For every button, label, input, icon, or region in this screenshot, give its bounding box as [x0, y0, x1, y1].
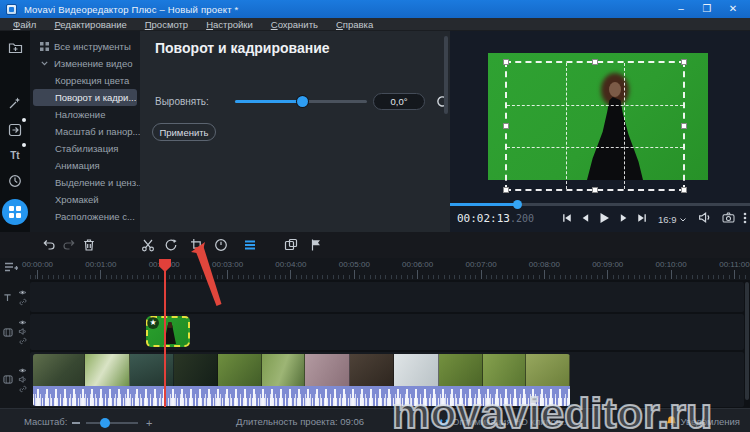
- tools-list-item[interactable]: Поворот и кадри...: [33, 89, 137, 106]
- zoom-slider[interactable]: [86, 422, 138, 424]
- film-frame: [130, 354, 174, 386]
- transitions-icon[interactable]: [3, 118, 27, 142]
- crop-handle[interactable]: [681, 123, 687, 129]
- panel-scrollbar[interactable]: [444, 36, 448, 114]
- zoom-in-button[interactable]: +: [146, 418, 152, 428]
- title-track-header[interactable]: [0, 282, 30, 312]
- crop-handle[interactable]: [592, 187, 598, 193]
- crop-handle[interactable]: [681, 187, 687, 193]
- menu-item[interactable]: Справка: [327, 19, 382, 30]
- marker-flag-icon[interactable]: [309, 238, 323, 252]
- tools-list-item[interactable]: Расположение с...: [33, 208, 137, 225]
- badge-dot: [22, 118, 26, 122]
- tools-list-item[interactable]: Анимация: [33, 157, 137, 174]
- redo-icon[interactable]: [62, 238, 76, 252]
- link-icon[interactable]: [19, 385, 27, 393]
- close-button[interactable]: ✕: [720, 0, 746, 18]
- undo-icon[interactable]: [42, 238, 56, 252]
- all-tools-item[interactable]: Все инструменты: [30, 38, 140, 55]
- film-frame: [350, 354, 394, 386]
- ruler-label: 00:08:00: [529, 260, 560, 269]
- skip-end-button[interactable]: [637, 213, 647, 223]
- title-bar[interactable]: Movavi Видеоредактор Плюс – Новый проект…: [0, 0, 750, 18]
- aspect-ratio-dropdown[interactable]: 16:9: [658, 214, 686, 225]
- menu-item[interactable]: Сохранить: [262, 19, 327, 30]
- mute-speaker-icon[interactable]: [18, 376, 27, 383]
- minimize-button[interactable]: –: [668, 0, 694, 18]
- link-icon[interactable]: [19, 298, 27, 306]
- tools-list-item[interactable]: Хромакей: [33, 191, 137, 208]
- menu-item[interactable]: Просмотр: [136, 19, 197, 30]
- mute-speaker-icon[interactable]: [18, 328, 27, 335]
- video-track-icon: [3, 328, 13, 337]
- timeline-toolbar: Сохранить: [0, 232, 750, 258]
- chevron-down-icon: [38, 61, 50, 66]
- crop-icon[interactable]: [190, 238, 204, 252]
- snapshot-camera-icon[interactable]: [722, 212, 735, 223]
- film-frame: [174, 354, 218, 386]
- delete-icon[interactable]: [82, 238, 96, 252]
- visibility-eye-icon[interactable]: [18, 367, 27, 374]
- app-icon: [6, 4, 17, 15]
- frame-forward-button[interactable]: [619, 213, 628, 223]
- more-options-icon[interactable]: [743, 212, 747, 224]
- crop-handle[interactable]: [592, 59, 598, 65]
- selected-overlay-clip[interactable]: ★: [146, 316, 190, 347]
- frame-back-button[interactable]: [581, 213, 590, 223]
- track-headers: [0, 280, 30, 408]
- film-frame: [526, 354, 570, 386]
- tools-list-item[interactable]: Выделение и ценз...: [33, 174, 137, 191]
- tools-list-item[interactable]: Стабилизация: [33, 140, 137, 157]
- volume-icon[interactable]: [698, 212, 711, 223]
- film-frame: [218, 354, 262, 386]
- speed-clock-icon[interactable]: [3, 169, 27, 193]
- rotate-icon[interactable]: [164, 238, 178, 252]
- ruler-label: 00:00:00: [22, 260, 53, 269]
- main-video-clip[interactable]: [33, 354, 570, 406]
- video-track-header[interactable]: [0, 352, 30, 407]
- visibility-eye-icon[interactable]: [18, 319, 27, 326]
- filters-icon[interactable]: [3, 91, 27, 115]
- tools-list-item[interactable]: Масштаб и панор...: [33, 123, 137, 140]
- tools-list-item[interactable]: Наложение: [33, 106, 137, 123]
- notifications-button[interactable]: Уведомления: [666, 415, 740, 427]
- crop-handle[interactable]: [681, 59, 687, 65]
- split-scissors-icon[interactable]: [141, 238, 155, 252]
- menu-item[interactable]: Файл: [4, 19, 45, 30]
- more-tools-button[interactable]: [2, 199, 28, 225]
- visibility-eye-icon[interactable]: [18, 289, 27, 296]
- playhead-line[interactable]: [164, 259, 166, 407]
- tools-list-item[interactable]: Коррекция цвета: [33, 72, 137, 89]
- crop-selection-box[interactable]: [505, 61, 685, 191]
- overlay-track-header[interactable]: [0, 314, 30, 350]
- link-icon[interactable]: [19, 337, 27, 345]
- preview-seek-bar[interactable]: [450, 203, 750, 206]
- seek-thumb[interactable]: [513, 200, 522, 209]
- video-edit-group[interactable]: Изменение видео: [30, 55, 140, 72]
- film-frame: [394, 354, 439, 386]
- tools-list: Все инструменты Изменение видео Коррекци…: [30, 31, 140, 232]
- play-button[interactable]: [599, 212, 610, 224]
- media-import-icon[interactable]: [3, 35, 27, 59]
- timeline-ruler[interactable]: 00:00:0000:01:0000:02:0000:03:0000:04:00…: [0, 258, 750, 280]
- title-track[interactable]: [30, 282, 744, 312]
- crop-handle[interactable]: [503, 123, 509, 129]
- clip-speed-icon[interactable]: [214, 238, 228, 252]
- add-track-icon[interactable]: [4, 261, 18, 273]
- grid-icon: [9, 206, 21, 218]
- clip-properties-icon[interactable]: [243, 238, 257, 252]
- skip-start-button[interactable]: [562, 213, 572, 223]
- timeline-tracks: ★: [0, 280, 750, 408]
- crop-handle[interactable]: [503, 59, 509, 65]
- maximize-button[interactable]: ❒: [694, 0, 720, 18]
- apply-button[interactable]: Применить: [152, 123, 216, 141]
- timeline-scrollbar[interactable]: [745, 282, 749, 400]
- overlay-pip-icon[interactable]: [284, 238, 298, 252]
- crop-handle[interactable]: [503, 187, 509, 193]
- overlay-track[interactable]: [30, 314, 744, 350]
- zoom-slider-thumb[interactable]: [100, 418, 110, 428]
- zoom-out-button[interactable]: [72, 422, 80, 424]
- menu-item[interactable]: Настройки: [197, 19, 262, 30]
- titles-icon[interactable]: Tt: [3, 143, 27, 167]
- menu-item[interactable]: Редактирование: [45, 19, 135, 30]
